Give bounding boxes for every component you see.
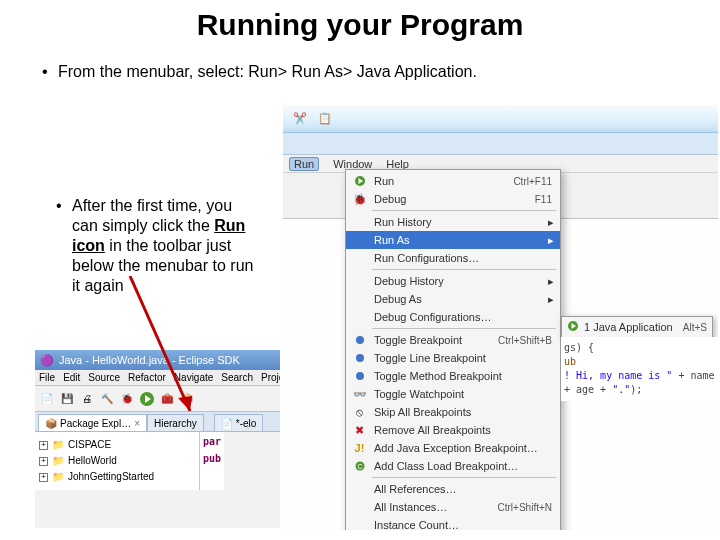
slide-title: Running your Program [0,0,720,42]
editor-line: par [203,436,221,447]
page-strip [283,133,718,155]
tab-package-explorer[interactable]: 📦Package Expl…× [38,414,147,431]
dd-item-toggle-bp[interactable]: Toggle BreakpointCtrl+Shift+B [346,331,560,349]
breakpoint-icon [352,333,367,348]
cut-icon: ✂️ [289,108,310,129]
dd-item-debug-config[interactable]: Debug Configurations… [346,308,560,326]
java-file-icon: 📄 [221,418,233,429]
eclipse-menubar-2: File Edit Source Refactor Navigate Searc… [35,370,280,386]
dd-item-debug-history[interactable]: Debug History▸ [346,272,560,290]
menu-help[interactable]: Help [386,158,409,170]
menu-source[interactable]: Source [88,372,120,383]
run-dropdown: RunCtrl+F11 🐞DebugF11 Run History▸ Run A… [345,169,561,530]
svg-point-2 [356,336,364,344]
package-icon: 📦 [45,418,57,429]
svg-text:C: C [357,463,362,470]
chevron-right-icon: ▸ [548,234,554,247]
exception-icon: J! [352,441,367,456]
menu-file[interactable]: File [39,372,55,383]
debug-icon: 🐞 [352,192,367,207]
save-icon[interactable]: 💾 [58,390,76,408]
screenshot-run-menu: ✂️ 📋 Run Window Help RunCtrl+F11 🐞DebugF… [283,105,718,530]
close-icon[interactable]: × [134,418,140,429]
word-ribbon: ✂️ 📋 [283,105,718,133]
menu-search[interactable]: Search [221,372,253,383]
tree-item[interactable]: +📁CISPACE [39,437,195,453]
debug-button[interactable]: 🐞 [118,390,136,408]
svg-point-4 [356,372,364,380]
dd-item-skip-all[interactable]: ⦸Skip All Breakpoints [346,403,560,421]
menu-navigate[interactable]: Navigate [174,372,213,383]
run-as-submenu[interactable]: 1 Java Application Alt+S [561,316,713,338]
build-icon[interactable]: 🔨 [98,390,116,408]
chevron-right-icon: ▸ [548,216,554,229]
view-tabs: 📦Package Expl…× Hierarchy 📄*-elo [35,412,280,432]
dd-item-all-refs[interactable]: All References… [346,480,560,498]
run-icon [352,174,367,189]
menu-window[interactable]: Window [333,158,372,170]
tree-item[interactable]: +📁JohnGettingStarted [39,469,195,485]
dd-item-toggle-watch[interactable]: 👓Toggle Watchpoint [346,385,560,403]
project-icon: 📁 [52,453,64,469]
menu-edit[interactable]: Edit [63,372,80,383]
package-explorer: +📁CISPACE +📁HelloWorld +📁JohnGettingStar… [35,432,200,490]
dd-item-debug[interactable]: 🐞DebugF11 [346,190,560,208]
dd-item-remove-all[interactable]: ✖Remove All Breakpoints [346,421,560,439]
class-icon: C [352,459,367,474]
dd-item-run-config[interactable]: Run Configurations… [346,249,560,267]
dd-item-toggle-line[interactable]: Toggle Line Breakpoint [346,349,560,367]
tree-item[interactable]: +📁HelloWorld [39,453,195,469]
eclipse-toolbar-2: 📄 💾 🖨 🔨 🐞 🧰 📦 [35,386,280,412]
dd-item-toggle-method[interactable]: Toggle Method Breakpoint [346,367,560,385]
new-icon[interactable]: 📄 [38,390,56,408]
bullet-2: After the first time, you can simply cli… [72,196,262,296]
tab-editor[interactable]: 📄*-elo [214,414,264,431]
editor-line: pub [203,453,221,464]
java-app-icon [567,320,579,334]
new-package-icon[interactable]: 📦 [178,390,196,408]
delete-icon: ✖ [352,423,367,438]
bullet-1: From the menubar, select: Run> Run As> J… [58,63,477,81]
project-icon: 📁 [52,469,64,485]
window-titlebar: 🟣 Java - HelloWorld.java - Eclipse SDK [35,350,280,370]
dd-item-inst-count[interactable]: Instance Count… [346,516,560,530]
dd-item-run-history[interactable]: Run History▸ [346,213,560,231]
ext-tools-icon[interactable]: 🧰 [158,390,176,408]
tab-hierarchy[interactable]: Hierarchy [147,414,204,431]
dd-item-add-java-ex[interactable]: J!Add Java Exception Breakpoint… [346,439,560,457]
print-icon[interactable]: 🖨 [78,390,96,408]
menu-project[interactable]: Project [261,372,280,383]
dd-item-debug-as[interactable]: Debug As▸ [346,290,560,308]
dd-item-run[interactable]: RunCtrl+F11 [346,172,560,190]
svg-point-3 [356,354,364,362]
dd-item-add-class-load[interactable]: CAdd Class Load Breakpoint… [346,457,560,475]
dd-item-run-as[interactable]: Run As▸ [346,231,560,249]
screenshot-toolbar: 🟣 Java - HelloWorld.java - Eclipse SDK F… [35,350,280,528]
eclipse-icon: 🟣 [40,354,54,367]
dd-item-all-inst[interactable]: All Instances…Ctrl+Shift+N [346,498,560,516]
menu-refactor[interactable]: Refactor [128,372,166,383]
project-icon: 📁 [52,437,64,453]
run-button[interactable] [138,390,156,408]
editor-code: gs) { ub ! Hi, my name is " + name + age… [561,337,718,401]
menu-run[interactable]: Run [289,157,319,171]
copy-icon: 📋 [314,108,335,129]
